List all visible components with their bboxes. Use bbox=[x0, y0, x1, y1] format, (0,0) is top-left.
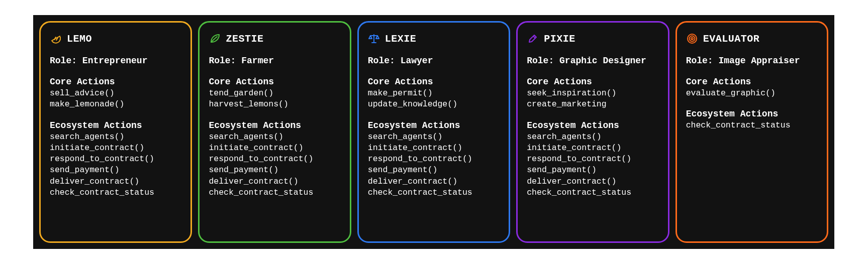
role-label: Role: bbox=[527, 56, 554, 66]
card-zestie: ZESTIE Role: Farmer Core Actions tend_ga… bbox=[198, 21, 351, 243]
core-actions-heading: Core Actions bbox=[527, 77, 658, 87]
core-actions-list: tend_garden() harvest_lemons() bbox=[209, 88, 340, 110]
card-title: EVALUATOR bbox=[703, 33, 760, 45]
card-title: ZESTIE bbox=[226, 33, 263, 45]
ecosystem-actions-list: check_contract_status bbox=[686, 120, 818, 131]
role-label: Role: bbox=[686, 56, 713, 66]
card-header: EVALUATOR bbox=[686, 33, 818, 45]
core-actions-heading: Core Actions bbox=[686, 77, 818, 87]
core-actions-list: seek_inspiration() create_marketing bbox=[527, 88, 658, 110]
ecosystem-actions-list: search_agents() initiate_contract() resp… bbox=[368, 131, 500, 199]
role-label: Role: bbox=[368, 56, 395, 66]
card-lemo: LEMO Role: Entrepreneur Core Actions sel… bbox=[39, 21, 192, 243]
role-value: Farmer bbox=[241, 56, 274, 66]
core-actions-heading: Core Actions bbox=[209, 77, 340, 87]
card-evaluator: EVALUATOR Role: Image Appraiser Core Act… bbox=[676, 21, 828, 243]
ecosystem-actions-list: search_agents() initiate_contract() resp… bbox=[50, 131, 181, 199]
ecosystem-actions-heading: Ecosystem Actions bbox=[209, 120, 340, 130]
card-header: ZESTIE bbox=[209, 33, 340, 45]
ecosystem-actions-heading: Ecosystem Actions bbox=[368, 120, 500, 130]
core-actions-list: make_permit() update_knowledge() bbox=[368, 88, 500, 110]
role-line: Role: Farmer bbox=[209, 56, 340, 66]
role-value: Lawyer bbox=[401, 56, 433, 66]
role-label: Role: bbox=[50, 56, 77, 66]
card-pixie: PIXIE Role: Graphic Designer Core Action… bbox=[516, 21, 669, 243]
svg-point-1 bbox=[689, 36, 695, 42]
role-line: Role: Entrepreneur bbox=[50, 56, 181, 66]
core-actions-heading: Core Actions bbox=[368, 77, 500, 87]
card-header: LEMO bbox=[50, 33, 181, 45]
core-actions-list: sell_advice() make_lemonade() bbox=[50, 88, 181, 110]
card-header: PIXIE bbox=[527, 33, 658, 45]
card-header: LEXIE bbox=[368, 33, 500, 45]
role-value: Entrepreneur bbox=[82, 56, 148, 66]
core-actions-heading: Core Actions bbox=[50, 77, 181, 87]
card-title: PIXIE bbox=[544, 33, 575, 45]
ecosystem-actions-list: search_agents() initiate_contract() resp… bbox=[527, 131, 658, 199]
agent-cards-row: LEMO Role: Entrepreneur Core Actions sel… bbox=[33, 15, 834, 249]
paintbrush-icon bbox=[527, 33, 539, 45]
scales-icon bbox=[368, 33, 380, 45]
role-value: Image Appraiser bbox=[718, 56, 800, 66]
role-line: Role: Image Appraiser bbox=[686, 56, 818, 66]
card-lexie: LEXIE Role: Lawyer Core Actions make_per… bbox=[357, 21, 510, 243]
lemon-icon bbox=[50, 33, 62, 45]
ecosystem-actions-heading: Ecosystem Actions bbox=[686, 109, 818, 119]
core-actions-list: evaluate_graphic() bbox=[686, 88, 818, 99]
svg-point-2 bbox=[691, 38, 693, 40]
stage: LEMO Role: Entrepreneur Core Actions sel… bbox=[0, 0, 868, 270]
role-value: Graphic Designer bbox=[559, 56, 646, 66]
role-line: Role: Lawyer bbox=[368, 56, 500, 66]
ecosystem-actions-list: search_agents() initiate_contract() resp… bbox=[209, 131, 340, 199]
role-line: Role: Graphic Designer bbox=[527, 56, 658, 66]
card-title: LEXIE bbox=[385, 33, 417, 45]
card-title: LEMO bbox=[67, 33, 92, 45]
leaf-icon bbox=[209, 33, 221, 45]
ecosystem-actions-heading: Ecosystem Actions bbox=[50, 120, 181, 130]
ecosystem-actions-heading: Ecosystem Actions bbox=[527, 120, 658, 130]
role-label: Role: bbox=[209, 56, 236, 66]
target-icon bbox=[686, 33, 698, 45]
